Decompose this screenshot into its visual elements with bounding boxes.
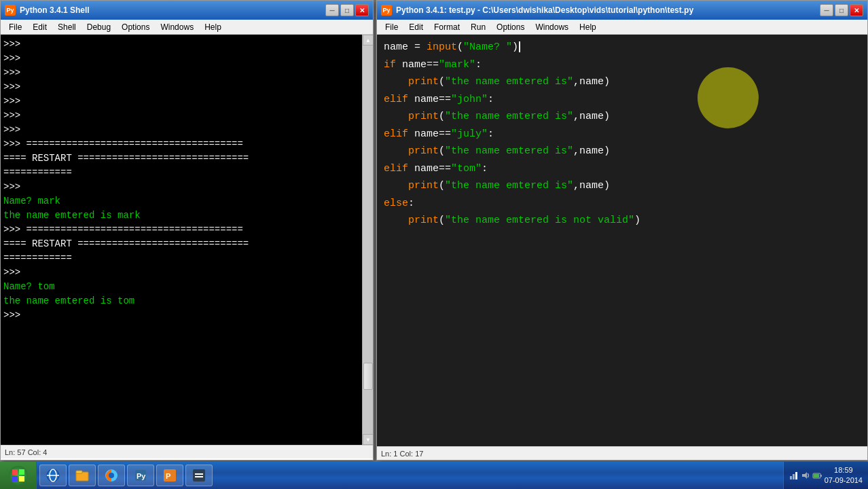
code-line-9: print("the name emtered is",name)	[384, 177, 861, 195]
shell-line: >>>	[3, 37, 370, 52]
svg-rect-1	[19, 469, 24, 475]
svg-rect-2	[12, 476, 18, 482]
shell-menu-file[interactable]: File	[3, 21, 27, 33]
network-icon	[789, 471, 799, 480]
shell-prompt-final[interactable]: >>>	[3, 308, 370, 323]
editor-menu-run[interactable]: Run	[465, 21, 491, 33]
scroll-thumb[interactable]	[363, 363, 373, 390]
shell-restart-1: ==== RESTART ===========================…	[3, 151, 370, 166]
taskbar-explorer-icon[interactable]	[69, 465, 96, 486]
svg-marker-21	[802, 472, 807, 479]
svg-rect-0	[12, 469, 18, 475]
shell-menu-debug[interactable]: Debug	[82, 21, 116, 33]
shell-close-button[interactable]: ✕	[355, 4, 369, 16]
shell-line: >>>	[3, 66, 370, 80]
editor-status-bar: Ln: 1 Col: 17	[377, 446, 867, 460]
shell-menu-help[interactable]: Help	[199, 21, 227, 33]
svg-rect-19	[793, 474, 795, 479]
shell-line: >>>	[3, 109, 370, 123]
shell-menu-bar: File Edit Shell Debug Options Windows He…	[1, 20, 373, 35]
editor-menu-windows[interactable]: Windows	[530, 21, 574, 33]
shell-output-name-tom: Name? tom	[3, 280, 370, 294]
taskbar-apps: Py P	[37, 465, 783, 486]
svg-text:P: P	[166, 472, 170, 480]
scroll-up-arrow[interactable]: ▲	[363, 35, 373, 46]
shell-line: >>>	[3, 80, 370, 94]
code-line-7: print("the name emtered is",name)	[384, 143, 861, 160]
time-display: 18:59	[825, 465, 863, 475]
shell-line: >>>	[3, 94, 370, 109]
taskbar-app-5[interactable]: P	[156, 465, 183, 486]
shell-separator-end-2: ============	[3, 251, 370, 266]
svg-rect-8	[76, 471, 82, 473]
shell-minimize-button[interactable]: ─	[325, 4, 339, 16]
date-display: 07-09-2014	[825, 475, 863, 486]
shell-menu-options[interactable]: Options	[116, 21, 155, 33]
shell-title-text: Python 3.4.1 Shell	[20, 5, 325, 15]
svg-text:Py: Py	[137, 472, 146, 480]
shell-menu-edit[interactable]: Edit	[27, 21, 52, 33]
editor-menu-help[interactable]: Help	[574, 21, 602, 33]
editor-title-text: Python 3.4.1: test.py - C:\Users\dwishik…	[396, 5, 820, 15]
editor-maximize-button[interactable]: □	[835, 4, 848, 16]
editor-menu-bar: File Edit Format Run Options Windows Hel…	[377, 20, 867, 35]
shell-scrollbar[interactable]: ▲ ▼	[362, 35, 373, 445]
shell-separator-end-1: ============	[3, 166, 370, 180]
editor-menu-edit[interactable]: Edit	[403, 21, 429, 33]
code-line-1: name = input("Name? ")	[384, 39, 861, 56]
shell-output-name-mark: Name? mark	[3, 194, 370, 209]
editor-status-text: Ln: 1 Col: 17	[381, 450, 423, 458]
code-line-3: print("the name emtered is",name)	[384, 73, 861, 91]
code-line-8: elif name=="tom":	[384, 160, 861, 178]
svg-rect-18	[790, 476, 792, 479]
shell-window: Py Python 3.4.1 Shell ─ □ ✕ File Edit Sh…	[0, 0, 374, 460]
svg-rect-15	[193, 469, 205, 482]
editor-content[interactable]: name = input("Name? ") if name=="mark": …	[377, 35, 867, 446]
shell-output-result-tom: the name emtered is tom	[3, 294, 370, 308]
shell-status-bar: Ln: 57 Col: 4	[1, 445, 373, 458]
tray-icons	[789, 471, 822, 480]
shell-line: >>>	[3, 123, 370, 137]
shell-window-icon: Py	[5, 5, 16, 16]
battery-icon	[812, 471, 822, 480]
taskbar-app-6[interactable]	[185, 465, 213, 486]
editor-menu-file[interactable]: File	[380, 21, 403, 33]
editor-menu-options[interactable]: Options	[491, 21, 530, 33]
shell-restart-2: ==== RESTART ===========================…	[3, 237, 370, 251]
shell-content: >>> >>> >>> >>> >>> >>> >>> >>> ========…	[1, 35, 373, 445]
svg-rect-23	[820, 475, 822, 477]
svg-rect-24	[814, 474, 819, 477]
shell-output-result-mark: the name emtered is mark	[3, 209, 370, 223]
editor-menu-format[interactable]: Format	[429, 21, 465, 33]
code-line-11: print("the name emtered is not valid")	[384, 212, 861, 230]
shell-menu-windows[interactable]: Windows	[155, 21, 199, 33]
shell-line: >>>	[3, 52, 370, 66]
code-line-5: print("the name emtered is",name)	[384, 108, 861, 126]
editor-close-button[interactable]: ✕	[850, 4, 863, 16]
svg-rect-3	[19, 476, 24, 482]
svg-rect-17	[195, 476, 203, 477]
svg-rect-16	[195, 473, 203, 475]
start-button[interactable]	[0, 462, 37, 489]
volume-icon	[801, 471, 810, 480]
editor-window-controls[interactable]: ─ □ ✕	[820, 4, 863, 16]
taskbar-time: 18:59 07-09-2014	[825, 465, 863, 486]
shell-status-text: Ln: 57 Col: 4	[5, 448, 47, 456]
system-tray: 18:59 07-09-2014	[783, 462, 868, 489]
taskbar-python-icon[interactable]: Py	[127, 465, 154, 486]
scroll-down-arrow[interactable]: ▼	[363, 434, 373, 445]
code-line-6: elif name=="july":	[384, 126, 861, 143]
taskbar: Py P	[0, 462, 868, 489]
taskbar-ie-icon[interactable]	[39, 465, 67, 486]
shell-maximize-button[interactable]: □	[340, 4, 354, 16]
shell-line: >>>	[3, 180, 370, 194]
shell-menu-shell[interactable]: Shell	[52, 21, 82, 33]
windows-logo-icon	[9, 466, 28, 485]
editor-minimize-button[interactable]: ─	[820, 4, 833, 16]
editor-window: Py Python 3.4.1: test.py - C:\Users\dwis…	[376, 0, 868, 460]
shell-window-controls[interactable]: ─ □ ✕	[325, 4, 369, 16]
shell-title-bar: Py Python 3.4.1 Shell ─ □ ✕	[1, 1, 373, 20]
taskbar-firefox-icon[interactable]	[98, 465, 125, 486]
editor-title-bar: Py Python 3.4.1: test.py - C:\Users\dwis…	[377, 1, 867, 20]
code-line-4: elif name=="john":	[384, 91, 861, 109]
